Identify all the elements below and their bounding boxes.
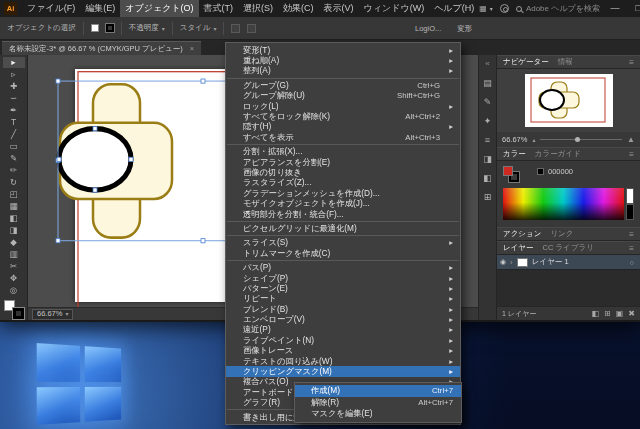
zoom-tool[interactable]: ◎ — [3, 285, 25, 296]
rectangle-tool[interactable]: ▭ — [3, 141, 25, 152]
hand-tool[interactable]: ✥ — [3, 273, 25, 284]
expand-chevron-icon[interactable]: › — [510, 258, 513, 267]
object-menu-item[interactable]: シェイプ(P)▸ — [226, 273, 460, 283]
transform-panel-link[interactable]: 変形 — [457, 24, 472, 34]
new-sublayer-icon[interactable]: ⊞ — [604, 309, 611, 318]
menubar-item[interactable]: 表示(V) — [319, 0, 359, 17]
paintbrush-tool[interactable]: ✎ — [3, 153, 25, 164]
white-swatch[interactable] — [626, 188, 634, 204]
object-menu-item[interactable]: ラスタライズ(Z)... — [226, 178, 460, 188]
menubar-item[interactable]: ファイル(F) — [22, 0, 80, 17]
black-swatch[interactable] — [626, 204, 634, 220]
layer-name[interactable]: レイヤー 1 — [532, 257, 569, 267]
maximize-button[interactable]: □ — [630, 0, 640, 17]
menubar-item[interactable]: 書式(T) — [199, 0, 239, 17]
slider-thumb[interactable] — [575, 137, 580, 142]
slice-tool[interactable]: ✂ — [3, 261, 25, 272]
object-menu-item[interactable]: ピクセルグリッドに最適化(M) — [226, 223, 460, 233]
zoom-in-icon[interactable]: ▲ — [627, 135, 635, 144]
panel-menu-icon[interactable]: ≡ — [629, 230, 634, 239]
transparency-panel-icon[interactable]: ◧ — [483, 173, 492, 183]
object-menu-item[interactable]: グラデーションメッシュを作成(D)... — [226, 188, 460, 198]
symbols-panel-icon[interactable]: ✦ — [484, 116, 492, 126]
minimize-button[interactable]: — — [607, 0, 623, 17]
menubar-item[interactable]: ウィンドウ(W) — [359, 0, 430, 17]
make-clipping-mask-icon[interactable]: ◧ — [591, 309, 599, 318]
appearance-panel-icon[interactable]: ≡ — [485, 135, 490, 145]
object-menu-item[interactable]: ロック(L)▸ — [226, 101, 460, 111]
menubar-item[interactable]: オブジェクト(O) — [120, 0, 198, 17]
object-menu-item[interactable]: リピート▸ — [226, 294, 460, 304]
object-menu-item[interactable]: 整列(A)▸ — [226, 66, 460, 76]
clipping-submenu-item[interactable]: 作成(M)Ctrl+7 — [295, 385, 461, 397]
gradient-panel-icon[interactable]: ◨ — [483, 154, 492, 164]
account-icon[interactable] — [500, 4, 509, 13]
object-menu-item[interactable]: 分割・拡張(X)... — [226, 147, 460, 157]
pen-tool[interactable]: ✒ — [3, 105, 25, 116]
tab-cc-libraries[interactable]: CC ライブラリ — [543, 243, 594, 253]
panel-menu-icon[interactable]: ≡ — [629, 244, 634, 253]
tab-layers[interactable]: レイヤー — [503, 243, 534, 253]
object-menu-item[interactable]: エンベロープ(V)▸ — [226, 314, 460, 324]
stroke-color-control[interactable] — [106, 24, 114, 32]
tab-actions[interactable]: アクション — [503, 229, 541, 239]
distribute-control-icon[interactable] — [247, 24, 256, 33]
type-tool[interactable]: T — [3, 117, 25, 128]
pencil-tool[interactable]: ✏ — [3, 165, 25, 176]
panel-menu-icon[interactable]: ≡ — [629, 58, 634, 67]
fill-stroke-indicator[interactable] — [4, 300, 24, 319]
layer-row[interactable]: ◉ › レイヤー 1 ○ — [497, 255, 640, 270]
help-search[interactable]: Adobe ヘルプを検索 — [516, 3, 600, 14]
hex-value[interactable]: 000000 — [548, 167, 573, 176]
object-menu-item[interactable]: ライブペイント(N)▸ — [226, 335, 460, 345]
tab-color-guide[interactable]: カラーガイド — [535, 149, 581, 159]
object-menu-item[interactable]: クリッピングマスク(M)▸ — [226, 366, 460, 376]
magic-wand-tool[interactable]: ✚ — [3, 81, 25, 92]
object-menu-item[interactable]: モザイクオブジェクトを作成(J)... — [226, 198, 460, 208]
free-transform-tool[interactable]: ▦ — [3, 201, 25, 212]
stroke-swatch[interactable] — [13, 308, 24, 319]
menubar-item[interactable]: ヘルプ(H) — [429, 0, 479, 17]
document-tab[interactable]: 名称未設定-3* @ 66.67 % (CMYK/GPU プレビュー) × — [2, 41, 201, 55]
scale-tool[interactable]: ◰ — [3, 189, 25, 200]
navigator-zoom-value[interactable]: 66.67% — [502, 135, 527, 144]
rotate-tool[interactable]: ↻ — [3, 177, 25, 188]
opacity-label[interactable]: 不透明度 — [129, 23, 159, 33]
color-spectrum[interactable] — [503, 188, 624, 220]
shape-builder-tool[interactable]: ◧ — [3, 213, 25, 224]
menubar-item[interactable]: 選択(S) — [238, 0, 278, 17]
swatches-panel-icon[interactable]: ▤ — [483, 78, 492, 88]
object-menu-item[interactable]: グループ解除(U)Shift+Ctrl+G — [226, 91, 460, 101]
align-control-icon[interactable] — [231, 24, 240, 33]
menubar-item[interactable]: 編集(E) — [80, 0, 120, 17]
navigator-preview[interactable] — [497, 69, 640, 132]
tab-navigator[interactable]: ナビゲーター — [503, 57, 549, 67]
delete-layer-icon[interactable]: ✖ — [628, 309, 635, 318]
gradient-tool[interactable]: ◨ — [3, 225, 25, 236]
navigator-zoom-slider[interactable] — [540, 139, 622, 140]
clipping-submenu-item[interactable]: マスクを編集(E) — [295, 408, 461, 420]
object-menu-item[interactable]: スライス(S)▸ — [226, 238, 460, 248]
object-menu-item[interactable]: すべてを表示Alt+Ctrl+3 — [226, 132, 460, 142]
object-menu-item[interactable]: 変形(T)▸ — [226, 45, 460, 55]
object-menu-item[interactable]: 隠す(H)▸ — [226, 122, 460, 132]
object-menu-item[interactable]: ブレンド(B)▸ — [226, 304, 460, 314]
direct-selection-tool[interactable]: ▹ — [3, 69, 25, 80]
clipping-submenu-item[interactable]: 解除(R)Alt+Ctrl+7 — [295, 397, 461, 409]
object-menu-item[interactable]: アピアランスを分割(E) — [226, 157, 460, 167]
graph-tool[interactable]: ▥ — [3, 249, 25, 260]
panel-menu-icon[interactable]: ≡ — [629, 150, 634, 159]
object-menu-item[interactable]: トリムマークを作成(C) — [226, 248, 460, 258]
object-menu-item[interactable]: テキストの回り込み(W)▸ — [226, 356, 460, 366]
tab-info[interactable]: 情報 — [558, 57, 573, 67]
new-layer-icon[interactable]: ▣ — [616, 309, 624, 318]
selection-tool[interactable]: ▸ — [3, 57, 25, 68]
fill-proxy-swatch[interactable] — [503, 166, 513, 176]
workspace-switcher-icon[interactable]: ▦ — [479, 4, 487, 13]
drawn-ellipse[interactable] — [59, 129, 131, 191]
eyedropper-tool[interactable]: ◆ — [3, 237, 25, 248]
tab-color[interactable]: カラー — [503, 149, 526, 159]
fill-color-control[interactable] — [91, 24, 99, 32]
object-menu-item[interactable]: 重ね順(A)▸ — [226, 55, 460, 65]
visibility-eye-icon[interactable]: ◉ — [500, 258, 506, 266]
